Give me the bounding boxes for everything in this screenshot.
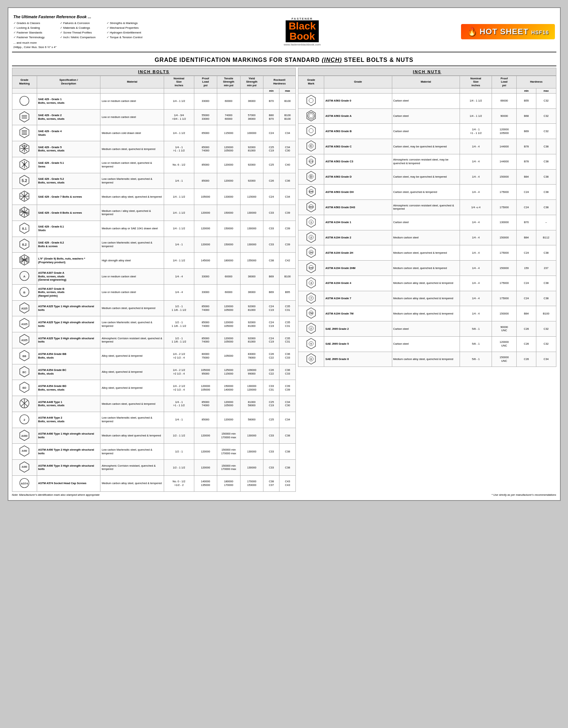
- check-8: Screw Thread Profiles: [60, 31, 105, 35]
- nut-proof: 90000 UNC: [492, 321, 517, 337]
- svg-text:C3: C3: [309, 160, 313, 163]
- nut-nominal: 1/4 - 4: [460, 154, 492, 169]
- bolt-grade-mark: [12, 109, 37, 125]
- nut-proof: 69000: [492, 93, 517, 108]
- bolt-proof: 145000: [194, 253, 217, 269]
- bolt-nominal: 1/4 - 4: [164, 269, 194, 285]
- nut-row: DH ASTM A563 Grade DH Carbon steel, quen…: [298, 185, 556, 200]
- svg-text:8: 8: [310, 358, 312, 360]
- bolt-rock-max: C39: [279, 237, 295, 253]
- bolt-proof: 33000: [194, 284, 217, 300]
- check-12: Torque & Tension Control: [107, 35, 152, 40]
- th-grade-marking: GradeMarking: [12, 76, 37, 88]
- nut-nominal: 1/4 - 1 1/2: [460, 108, 492, 124]
- bolt-proof: 120000: [194, 237, 217, 253]
- nuts-col-headers: GradeMark Grade Material NominalSizeinch…: [298, 76, 556, 88]
- bolt-material: Medium carbon steel, quenched & tempered: [100, 300, 164, 316]
- nut-hard-max: B100: [536, 306, 556, 321]
- bolt-rock-min: C25: [263, 412, 279, 428]
- bolt-yield: 170000 153000: [240, 475, 263, 491]
- nut-hard-min: C24: [517, 185, 536, 200]
- nut-row: DH3 ASTM A563 Grade DH3 Atmospheric corr…: [298, 200, 556, 215]
- check-2: Failures & Corrosion: [60, 21, 105, 25]
- page-wrapper: The Ultimate Fastener Reference Book ...…: [8, 7, 561, 501]
- nut-nominal: 1/4 - 4: [460, 169, 492, 185]
- nut-proof: 150000: [492, 230, 517, 245]
- svg-text:A325: A325: [21, 306, 28, 310]
- bolts-subheader: min max: [12, 88, 295, 93]
- bolt-grade-mark: 2: [12, 412, 37, 428]
- bolts-tbody: SAE 429 - Grade 1 Bolts, screws, studs L…: [12, 93, 295, 491]
- bolt-material: Low carbon Martensitic steel, quenched &…: [100, 444, 164, 460]
- bolt-row: 8.2 SAE 429 - Grade 8.2 Bolts & screws L…: [12, 237, 295, 253]
- bolt-material: High strength alloy steel: [100, 253, 164, 269]
- nut-nominal: 1/4 - 4: [460, 261, 492, 276]
- svg-text:4: 4: [310, 281, 312, 285]
- check-11: Inch / Metric Comparison: [60, 35, 105, 40]
- bolt-yield: 109000 99000: [240, 364, 263, 380]
- svg-marker-81: [307, 126, 315, 136]
- bolt-proof: 105000 95000: [194, 364, 217, 380]
- bolt-spec: SAE 429 - Grade 5.1 Sems: [37, 157, 100, 173]
- bolts-col-headers: GradeMarking Specification /Description …: [12, 76, 295, 88]
- nut-nominal: 1/4 -u 4: [460, 200, 492, 215]
- bolt-nominal: 1/4 - 1 1/2: [164, 221, 194, 237]
- svg-point-0: [20, 96, 29, 105]
- nut-hard-max: C32: [536, 93, 556, 108]
- bolt-proof: 85000: [194, 157, 217, 173]
- th-nut-proof: ProofLoadpsi: [492, 76, 517, 88]
- bolt-tensile: 120000 105000: [217, 332, 241, 348]
- fastener-label: FASTENER: [266, 17, 339, 20]
- bolt-tensile: 115000: [217, 125, 241, 141]
- nut-hard-min: 159: [517, 261, 536, 276]
- nut-row: C ASTM A563 Grade C Carbon steel, may be…: [298, 139, 556, 154]
- bolt-nominal: 1/2 - 1: [164, 444, 194, 460]
- nut-hard-max: –: [536, 215, 556, 230]
- bolt-spec: SAE 429 - Grade 7 Bolts & screws: [37, 189, 100, 205]
- bolt-material: Medium carbon alloy or SAE 1041 drawn st…: [100, 221, 164, 237]
- nut-grade-mark: 1: [298, 215, 324, 230]
- nut-material: Carbon steel: [392, 93, 460, 108]
- bolt-rock-min: B69: [263, 269, 279, 285]
- bolt-rock-min: C24: [263, 189, 279, 205]
- header-right: 🔥 HOT SHEET HSF16: [453, 24, 555, 39]
- footer-note: Note: Manufacturer's identification mark…: [12, 493, 100, 496]
- bolt-yield: 92000: [240, 173, 263, 189]
- nut-hard-max: C32: [536, 321, 556, 337]
- nut-nominal: 1/4 - 4: [460, 185, 492, 200]
- nut-hard-min: C26: [517, 352, 536, 367]
- th-tensile: TensileStrengthmin psi: [217, 76, 241, 88]
- nut-row: C3 ASTM A563 Grade C3 Atmospheric corros…: [298, 154, 556, 169]
- nut-hard-max: B112: [536, 230, 556, 245]
- nut-proof: 144000: [492, 139, 517, 154]
- bolt-spec: ASTM A325 Type 2 High strength structura…: [37, 316, 100, 332]
- nut-proof: 175000: [492, 291, 517, 306]
- nut-row: ASTM A563 Grade 0 Carbon steel 1/4 - 1 1…: [298, 93, 556, 108]
- bolt-tensile: 120000 105000: [217, 300, 241, 316]
- bolt-nominal: 1/4 - 1: [164, 173, 194, 189]
- bolt-proof: 55000 33000: [194, 109, 217, 125]
- check-10: Fastener Terminology: [13, 35, 59, 40]
- page-header: The Ultimate Fastener Reference Book ...…: [12, 12, 556, 52]
- nuts-table: GradeMark Grade Material NominalSizeinch…: [298, 76, 556, 367]
- feature-checks: Grades & Classes Failures & Corrosion St…: [13, 21, 152, 40]
- nut-hard-min: C24: [517, 200, 536, 215]
- svg-text:2: 2: [310, 236, 312, 239]
- bolt-row: SAE 429 - Grade 8 Bolts & screws Medium …: [12, 205, 295, 221]
- check-9: Hydrogen Embrittlement: [107, 31, 152, 35]
- bolt-proof: 120000 105000: [194, 380, 217, 396]
- nut-grade: ASTM A194 Grade 4: [324, 276, 392, 291]
- bolt-proof: 33000: [194, 269, 217, 285]
- nut-proof: 120000 UNC: [492, 336, 517, 352]
- nut-material: Carbon steel: [392, 108, 460, 124]
- bolt-rock-max: C36: [279, 173, 295, 189]
- nut-material: Carbon steel: [392, 215, 460, 230]
- nut-proof: 150000: [492, 306, 517, 321]
- bolt-spec: SAE 429 - Grade 8.1 Studs: [37, 221, 100, 237]
- bolt-proof: 120000: [194, 460, 217, 476]
- bolt-tensile: 60000: [217, 269, 241, 285]
- bolt-spec: ASTM A490 Type 1 High strength structura…: [37, 428, 100, 444]
- nut-grade-mark: [298, 124, 324, 139]
- bolt-material: Low or medium carbon steel: [100, 93, 164, 109]
- nut-grade: ASTM A194 Grade 2: [324, 230, 392, 245]
